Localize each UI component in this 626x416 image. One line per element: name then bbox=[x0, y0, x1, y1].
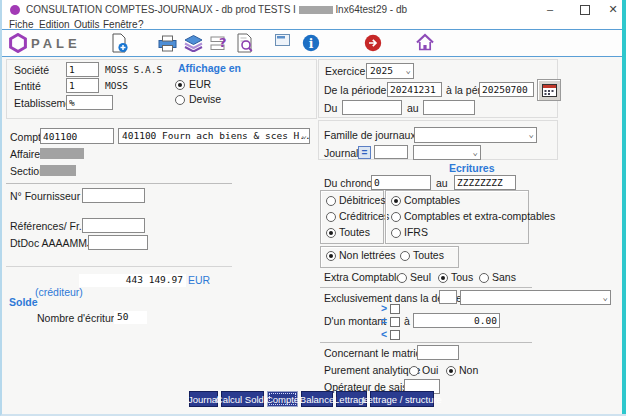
radio-analytique-non[interactable] bbox=[446, 366, 456, 376]
home-icon[interactable] bbox=[415, 33, 435, 56]
chrono-to-input[interactable] bbox=[454, 175, 516, 190]
journal-button[interactable]: Journal bbox=[189, 391, 218, 407]
window-title-suffix: lnx64test29 - db bbox=[336, 4, 407, 15]
montant-a-label: à bbox=[404, 315, 410, 327]
etablissement-input[interactable] bbox=[66, 95, 113, 110]
separator bbox=[320, 287, 532, 288]
radio-lettrees-toutes[interactable] bbox=[400, 251, 410, 261]
radio-seul-label[interactable]: Seul bbox=[410, 271, 431, 283]
radio-analytique-oui[interactable] bbox=[409, 366, 419, 376]
info-icon[interactable]: i bbox=[302, 34, 320, 56]
radio-analytique-oui-label[interactable]: Oui bbox=[422, 364, 438, 376]
radio-seul[interactable] bbox=[397, 273, 407, 283]
radio-tous-label[interactable]: Tous bbox=[451, 271, 473, 283]
balance-button[interactable]: Balance bbox=[301, 391, 333, 407]
chevron-down-icon: ⌄ bbox=[302, 130, 307, 140]
date-du-label: Du bbox=[324, 102, 337, 114]
societe-input[interactable] bbox=[66, 62, 99, 77]
document-search-icon[interactable] bbox=[236, 33, 254, 57]
compte-button[interactable]: Compte bbox=[267, 391, 298, 407]
background-window-edge bbox=[622, 0, 626, 416]
periode-from-input[interactable] bbox=[387, 82, 442, 97]
chrono-from-input[interactable] bbox=[371, 175, 431, 190]
radio-extra-comptables[interactable] bbox=[391, 212, 401, 222]
journal-code-input[interactable] bbox=[374, 145, 408, 159]
montant-input[interactable] bbox=[413, 313, 500, 328]
radio-non-lettrees[interactable] bbox=[326, 251, 336, 261]
opale-logo-text: PALE bbox=[31, 36, 81, 51]
references-input[interactable] bbox=[82, 218, 145, 233]
montant-gt-checkbox[interactable] bbox=[390, 304, 400, 314]
maximize-icon bbox=[580, 5, 590, 15]
ecritures-label: Ecritures bbox=[449, 162, 495, 174]
references-label: Références/ Fr. bbox=[10, 220, 82, 232]
radio-eur-label[interactable]: EUR bbox=[189, 78, 211, 90]
separator bbox=[320, 342, 532, 343]
nb-ecritures-value: 50 bbox=[114, 311, 147, 324]
svg-text:i: i bbox=[309, 37, 314, 51]
minimize-button[interactable]: – bbox=[536, 0, 564, 20]
radio-debitrices[interactable] bbox=[326, 196, 336, 206]
separator bbox=[6, 183, 232, 184]
dtdoc-label: DtDoc AAAAMMJJ bbox=[10, 237, 98, 249]
famille-label: Famille de journaux bbox=[324, 129, 416, 141]
radio-sans-label[interactable]: Sans bbox=[492, 271, 516, 283]
montant-lt-checkbox[interactable] bbox=[390, 330, 400, 340]
date-au-input[interactable] bbox=[423, 100, 475, 115]
radio-creditrices[interactable] bbox=[326, 212, 336, 222]
journals-stack-icon[interactable] bbox=[183, 34, 204, 56]
new-document-icon[interactable] bbox=[110, 33, 129, 57]
entite-label: Entité bbox=[14, 80, 41, 92]
radio-comptables-label[interactable]: Comptables bbox=[404, 194, 460, 206]
radio-creditrices-label[interactable]: Créditrices bbox=[339, 210, 389, 222]
date-du-input[interactable] bbox=[342, 100, 402, 115]
exit-icon[interactable] bbox=[364, 34, 382, 56]
radio-ifrs-label[interactable]: IFRS bbox=[404, 226, 428, 238]
montant-gt-symbol: > bbox=[381, 302, 387, 314]
exercice-select[interactable]: 2025⌄ bbox=[366, 63, 414, 79]
radio-extra-comptables-label[interactable]: Comptables et extra-comptables bbox=[404, 210, 555, 222]
nb-ecritures-label: Nombre d'écritures bbox=[37, 312, 125, 324]
app-icon bbox=[10, 5, 20, 15]
famille-select[interactable]: ⌄ bbox=[414, 127, 537, 143]
dtdoc-input[interactable] bbox=[88, 235, 148, 250]
maximize-button[interactable] bbox=[571, 0, 599, 20]
journal-select[interactable]: ⌄ bbox=[413, 145, 481, 160]
fournisseur-input[interactable] bbox=[82, 188, 145, 203]
radio-lettrees-toutes-label[interactable]: Toutes bbox=[413, 249, 444, 261]
calendar-button[interactable] bbox=[537, 79, 561, 101]
title-bar: CONSULTATION COMPTES-JOURNAUX - db prod … bbox=[2, 0, 626, 20]
analytique-label: Purement analytique bbox=[324, 364, 420, 376]
fournisseur-label: N° Fournisseur bbox=[10, 190, 80, 202]
calcul-solde-button[interactable]: Calcul Solde bbox=[221, 391, 264, 407]
montant-eq-checkbox[interactable] bbox=[390, 317, 400, 327]
radio-sans[interactable] bbox=[479, 273, 489, 283]
radio-non-lettrees-label[interactable]: Non lettrées bbox=[339, 249, 396, 261]
compte-select[interactable]: 401100 Fourn ach biens & sces H...⌄ bbox=[118, 128, 310, 144]
radio-toutes-sens[interactable] bbox=[326, 228, 336, 238]
devise-code-input[interactable] bbox=[439, 290, 457, 304]
periode-to-input[interactable] bbox=[479, 82, 534, 97]
mini-window-icon[interactable] bbox=[275, 32, 290, 50]
devise-select[interactable]: ⌄ bbox=[460, 290, 611, 305]
opale-logo-icon bbox=[8, 33, 28, 57]
radio-devise-label[interactable]: Devise bbox=[189, 93, 221, 105]
chevron-down-icon: ⌄ bbox=[473, 147, 478, 157]
entite-input[interactable] bbox=[66, 78, 99, 93]
radio-comptables[interactable] bbox=[391, 196, 401, 206]
lettrage-structure-button[interactable]: Lettrage / structure bbox=[370, 391, 434, 407]
radio-debitrices-label[interactable]: Débitrices bbox=[339, 194, 386, 206]
print-icon[interactable] bbox=[158, 35, 177, 56]
help-list-icon[interactable]: ? bbox=[210, 34, 229, 56]
compte-input[interactable] bbox=[40, 128, 114, 144]
radio-analytique-non-label[interactable]: Non bbox=[459, 364, 478, 376]
radio-ifrs[interactable] bbox=[391, 228, 401, 238]
chevron-down-icon: ⌄ bbox=[603, 292, 608, 302]
radio-tous[interactable] bbox=[438, 273, 448, 283]
radio-devise[interactable] bbox=[175, 95, 185, 105]
chevron-down-icon: ⌄ bbox=[529, 129, 534, 139]
radio-eur[interactable] bbox=[175, 80, 185, 90]
radio-toutes-sens-label[interactable]: Toutes bbox=[339, 226, 370, 238]
matricule-input[interactable] bbox=[417, 345, 459, 360]
journal-filter-button[interactable]: = bbox=[358, 146, 371, 159]
